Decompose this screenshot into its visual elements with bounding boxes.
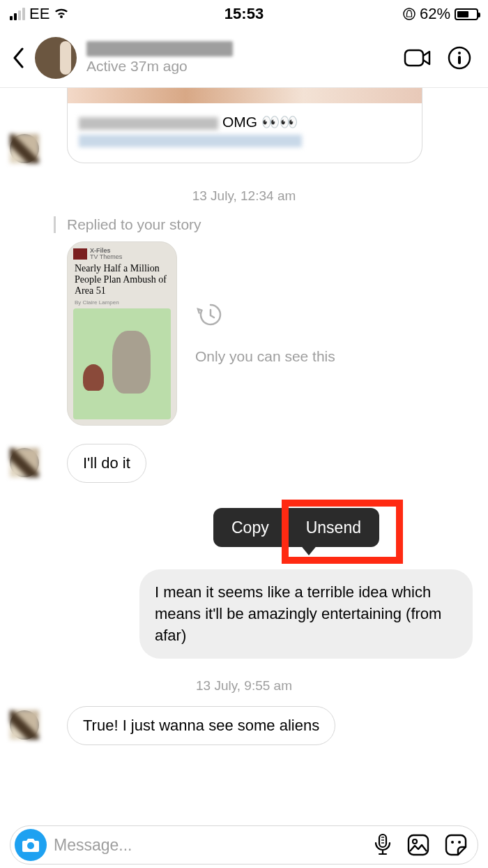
message-input-wrap[interactable]: Message... bbox=[10, 825, 478, 865]
active-status: Active 37m ago bbox=[86, 58, 392, 75]
story-reply-block: Replied to your story X-FilesTV Themes N… bbox=[67, 216, 422, 426]
context-menu-arrow bbox=[300, 544, 318, 555]
video-call-button[interactable] bbox=[402, 42, 434, 74]
message-placeholder: Message... bbox=[54, 836, 366, 855]
story-thumbnail[interactable]: X-FilesTV Themes Nearly Half a Million P… bbox=[67, 241, 177, 426]
contact-name-redacted[interactable] bbox=[86, 41, 233, 57]
svg-point-13 bbox=[458, 841, 461, 844]
copy-option[interactable]: Copy bbox=[213, 518, 287, 537]
svg-point-5 bbox=[27, 842, 34, 849]
incoming-message[interactable]: I'll do it bbox=[67, 444, 146, 483]
sender-avatar[interactable] bbox=[10, 448, 39, 477]
lock-rotation-icon bbox=[403, 8, 415, 20]
battery-icon bbox=[455, 8, 478, 20]
contact-avatar[interactable] bbox=[35, 37, 77, 79]
signal-icon bbox=[10, 8, 25, 20]
svg-point-11 bbox=[413, 839, 417, 844]
replied-to-story-label: Replied to your story bbox=[54, 216, 422, 233]
sender-avatar[interactable] bbox=[10, 134, 39, 163]
sender-avatar[interactable] bbox=[10, 710, 39, 740]
story-visibility-hint: Only you can see this bbox=[195, 347, 335, 366]
svg-point-12 bbox=[451, 841, 454, 844]
outgoing-message[interactable]: I mean it seems like a terrible idea whi… bbox=[139, 569, 473, 659]
story-image bbox=[73, 308, 171, 419]
gallery-icon[interactable] bbox=[406, 833, 430, 857]
svg-rect-10 bbox=[409, 835, 428, 855]
chat-scroll[interactable]: OMG 👀👀 13 July, 12:34 am Replied to your… bbox=[0, 88, 488, 748]
info-button[interactable] bbox=[443, 42, 475, 74]
timestamp-3: 13 July, 9:55 am bbox=[0, 678, 488, 694]
battery-pct: 62% bbox=[420, 5, 450, 23]
incoming-message[interactable]: True! I just wanna see some aliens bbox=[67, 706, 335, 745]
clock: 15:53 bbox=[166, 5, 322, 23]
chat-header: Active 37m ago bbox=[0, 28, 488, 88]
camera-button[interactable] bbox=[15, 829, 47, 861]
composer-bar: Message... bbox=[0, 822, 488, 868]
story-headline: Nearly Half a Million People Plan Ambush… bbox=[73, 263, 171, 297]
message-context-menu: Copy Unsend bbox=[213, 508, 379, 547]
shared-post-preview bbox=[68, 88, 422, 103]
status-bar: EE 15:53 62% bbox=[0, 0, 488, 28]
mic-icon[interactable] bbox=[373, 833, 392, 857]
shared-post-card[interactable]: OMG 👀👀 bbox=[67, 88, 422, 163]
svg-rect-4 bbox=[458, 56, 461, 64]
shared-post-text-redacted: OMG 👀👀 bbox=[79, 116, 302, 147]
unsend-option[interactable]: Unsend bbox=[288, 518, 379, 537]
timestamp-1: 13 July, 12:34 am bbox=[0, 188, 488, 204]
svg-point-3 bbox=[458, 52, 461, 54]
history-icon bbox=[195, 301, 223, 329]
svg-rect-1 bbox=[405, 50, 423, 66]
carrier-label: EE bbox=[29, 5, 49, 23]
sticker-icon[interactable] bbox=[444, 833, 468, 857]
svg-rect-6 bbox=[379, 835, 386, 847]
wifi-icon bbox=[54, 8, 69, 20]
shared-post-caption: OMG 👀👀 bbox=[222, 114, 298, 130]
back-icon[interactable] bbox=[13, 47, 25, 68]
